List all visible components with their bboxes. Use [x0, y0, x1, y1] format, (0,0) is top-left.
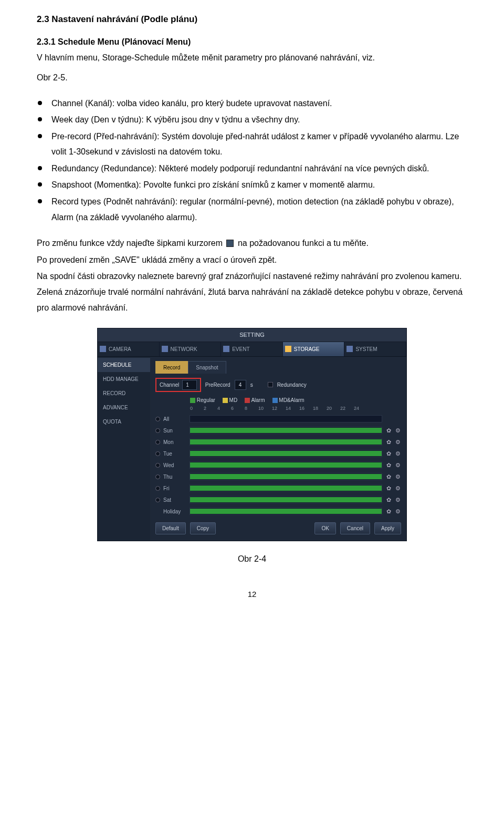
day-label: Holiday [163, 508, 186, 515]
intro-paragraph: V hlavním menu, Storage-Schedule můžete … [37, 51, 467, 64]
gear-icon[interactable]: ✿ [385, 450, 392, 457]
paragraph-colors: Na spodní části obrazovky naleznete bare… [37, 269, 467, 315]
gear-icon[interactable]: ✿ [385, 473, 392, 480]
button-bar: Default Copy OK Cancel Apply [155, 517, 401, 537]
ok-button[interactable]: OK [314, 522, 335, 534]
apply-button[interactable]: Apply [374, 522, 401, 534]
timeline-thu[interactable] [190, 473, 382, 480]
timeline-all[interactable] [190, 415, 382, 422]
subtab-record[interactable]: Record [155, 361, 188, 374]
list-item: Redundancy (Redundance): Některé modely … [37, 161, 467, 177]
sidebar-item-schedule[interactable]: SCHEDULE [98, 358, 150, 372]
tab-storage[interactable]: STORAGE [283, 342, 345, 356]
feature-list: Channel (Kanál): volba video kanálu, pro… [37, 96, 467, 225]
settings-icon[interactable]: ⚙ [395, 485, 401, 491]
para1-text-a: Pro změnu funkce vždy najeďte šipkami ku… [37, 239, 223, 247]
day-radio[interactable] [155, 474, 160, 479]
gear-icon[interactable] [385, 416, 392, 422]
sidebar-item-advance[interactable]: ADVANCE [98, 400, 150, 415]
sidebar-item-hdd[interactable]: HDD MANAGE [98, 372, 150, 386]
sidebar: SCHEDULE HDD MANAGE RECORD ADVANCE QUOTA [98, 357, 150, 541]
list-item: Channel (Kanál): volba video kanálu, pro… [37, 96, 467, 111]
settings-icon[interactable]: ⚙ [395, 473, 401, 480]
timeline-tue[interactable] [190, 450, 382, 457]
figure-caption: Obr 2-4 [37, 553, 467, 565]
gear-icon[interactable]: ✿ [385, 439, 392, 445]
settings-icon[interactable]: ⚙ [395, 497, 401, 503]
paragraph-save: Po provedení změn „SAVE" ukládá změny a … [37, 252, 467, 268]
tab-system[interactable]: SYSTEM [344, 342, 406, 356]
sub-tabs: Record Snapshot [155, 361, 401, 374]
day-radio[interactable] [155, 486, 160, 491]
channel-label: Channel [160, 381, 179, 389]
list-item: Week day (Den v týdnu): K výběru jsou dn… [37, 112, 467, 128]
settings-icon[interactable]: ⚙ [395, 439, 401, 445]
tab-camera[interactable]: CAMERA [98, 342, 160, 356]
channel-select[interactable]: 1 [182, 380, 197, 390]
timeline-fri[interactable] [190, 484, 382, 492]
day-radio[interactable] [155, 428, 160, 433]
timeline-sat[interactable] [190, 496, 382, 503]
day-radio[interactable] [155, 440, 160, 445]
channel-highlight-box: Channel 1 [155, 378, 201, 392]
network-icon [162, 346, 168, 352]
gear-icon[interactable]: ✿ [385, 508, 392, 514]
page-number: 12 [37, 589, 467, 601]
day-label: Wed [163, 461, 186, 469]
day-label: All [163, 415, 186, 423]
day-radio[interactable] [155, 451, 160, 456]
md-checkbox[interactable] [223, 398, 228, 403]
alarm-checkbox[interactable] [245, 398, 250, 403]
timeline-sun[interactable] [190, 427, 382, 434]
day-radio[interactable] [155, 417, 160, 421]
default-button[interactable]: Default [155, 522, 186, 534]
tab-label: CAMERA [109, 345, 131, 353]
sidebar-item-record[interactable]: RECORD [98, 386, 150, 400]
day-label: Sat [163, 496, 186, 504]
schedule-grid: All Sun✿⚙ Mon✿⚙ Tue✿⚙ Wed✿⚙ Thu✿⚙ Fri✿⚙ … [155, 413, 401, 517]
tab-event[interactable]: EVENT [221, 342, 283, 356]
prerecord-input[interactable]: 4 [235, 380, 246, 390]
tab-network[interactable]: NETWORK [160, 342, 222, 356]
timeline-wed[interactable] [190, 461, 382, 469]
day-radio[interactable] [155, 498, 160, 502]
redundancy-checkbox[interactable] [268, 382, 273, 387]
gear-icon[interactable]: ✿ [385, 497, 392, 503]
figure-reference-top: Obr 2-5. [37, 71, 467, 84]
settings-icon[interactable]: ⚙ [395, 450, 401, 457]
subtab-snapshot[interactable]: Snapshot [188, 361, 226, 374]
system-icon [346, 346, 353, 352]
day-label: Thu [163, 473, 186, 481]
type-label: Alarm [251, 397, 265, 403]
prerecord-unit: s [250, 381, 253, 389]
settings-icon[interactable]: ⚙ [395, 508, 401, 514]
day-radio[interactable] [155, 463, 160, 468]
type-label: Regular [197, 397, 215, 403]
tab-label: STORAGE [294, 345, 320, 353]
paragraph-cursor: Pro změnu funkce vždy najeďte šipkami ku… [37, 235, 467, 251]
day-label: Tue [163, 450, 186, 458]
regular-checkbox[interactable] [190, 398, 195, 403]
gear-icon[interactable]: ✿ [385, 485, 392, 491]
tab-label: EVENT [232, 345, 249, 353]
prerecord-label: PreRecord [205, 381, 230, 389]
type-label: MD&Alarm [279, 397, 304, 403]
cancel-button[interactable]: Cancel [340, 522, 370, 534]
redundancy-label: Redundancy [277, 381, 307, 389]
mdalarm-checkbox[interactable] [272, 398, 278, 403]
main-tabs: CAMERA NETWORK EVENT STORAGE SYSTEM [98, 342, 406, 357]
cursor-icon [226, 240, 234, 247]
day-label: Sun [163, 427, 186, 435]
day-label: Mon [163, 438, 186, 446]
copy-button[interactable]: Copy [190, 522, 216, 534]
gear-icon[interactable]: ✿ [385, 462, 392, 468]
settings-icon[interactable] [395, 416, 401, 422]
gear-icon[interactable]: ✿ [385, 427, 392, 434]
timeline-holiday[interactable] [190, 508, 382, 515]
settings-icon[interactable]: ⚙ [395, 462, 401, 468]
sidebar-item-quota[interactable]: QUOTA [98, 415, 150, 429]
settings-icon[interactable]: ⚙ [395, 427, 401, 434]
timeline-mon[interactable] [190, 438, 382, 446]
tab-label: NETWORK [171, 345, 197, 353]
main-panel: Record Snapshot Channel 1 PreRecord 4 s … [150, 357, 406, 541]
